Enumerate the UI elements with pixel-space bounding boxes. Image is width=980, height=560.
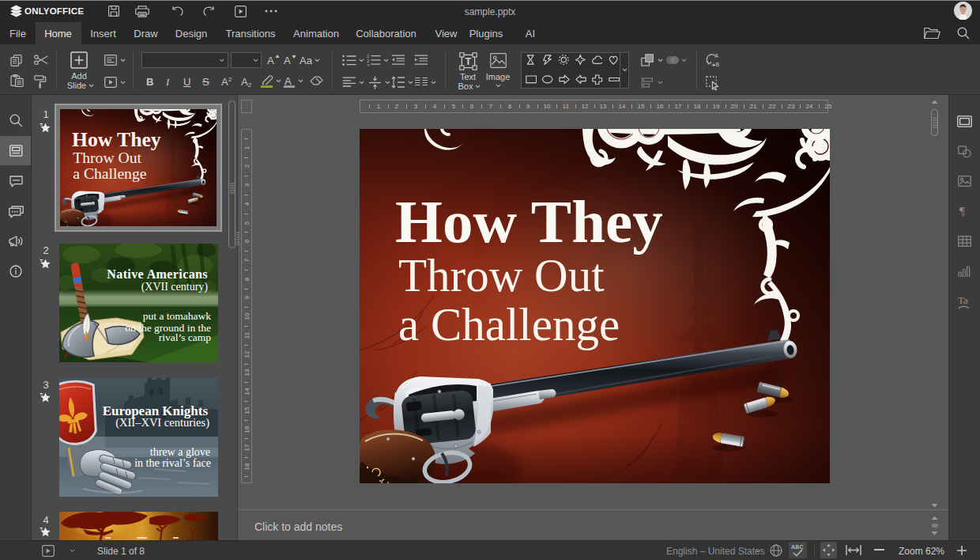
svg-text:T: T	[466, 56, 472, 67]
svg-text:(XII–XVI centuries): (XII–XVI centuries)	[115, 416, 209, 429]
svg-text:A: A	[714, 53, 718, 59]
svg-text:threw a glove: threw a glove	[150, 446, 210, 458]
svg-text:3: 3	[367, 63, 370, 67]
svg-text:in the rival’s face: in the rival’s face	[134, 457, 211, 469]
svg-text:rival’s camp: rival’s camp	[159, 331, 212, 343]
svg-text:put a tomahawk: put a tomahawk	[143, 310, 211, 322]
svg-text:(XVII century): (XVII century)	[141, 281, 209, 293]
svg-text:Native Americans: Native Americans	[107, 267, 208, 281]
svg-text:B: B	[716, 62, 720, 67]
